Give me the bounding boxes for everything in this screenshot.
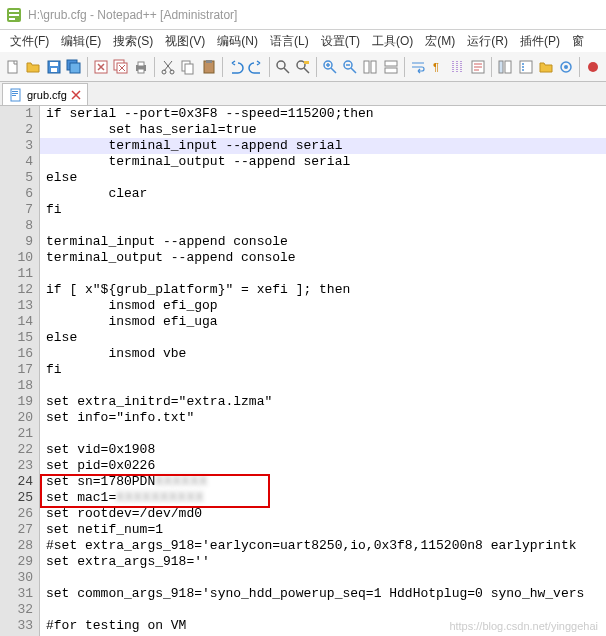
line-number: 28 bbox=[0, 538, 33, 554]
menu-language[interactable]: 语言(L) bbox=[264, 31, 315, 52]
monitor-button[interactable] bbox=[557, 56, 575, 78]
redacted-text: XXXXXXXXXX bbox=[116, 490, 204, 505]
svg-text:¶: ¶ bbox=[433, 61, 439, 73]
line-number: 8 bbox=[0, 218, 33, 234]
code-line[interactable]: fi bbox=[40, 202, 606, 218]
code-line[interactable]: set sn=1780PDNXXXXXX bbox=[40, 474, 606, 490]
code-line[interactable]: set pid=0x0226 bbox=[40, 458, 606, 474]
code-area[interactable]: if serial --port=0x3F8 --speed=115200;th… bbox=[40, 106, 606, 636]
menu-settings[interactable]: 设置(T) bbox=[315, 31, 366, 52]
separator bbox=[491, 57, 492, 77]
copy-button[interactable] bbox=[179, 56, 197, 78]
line-number: 7 bbox=[0, 202, 33, 218]
code-line[interactable]: set has_serial=true bbox=[40, 122, 606, 138]
code-line[interactable]: set extra_initrd="extra.lzma" bbox=[40, 394, 606, 410]
menu-view[interactable]: 视图(V) bbox=[159, 31, 211, 52]
line-number: 22 bbox=[0, 442, 33, 458]
func-list-button[interactable] bbox=[516, 56, 534, 78]
save-button[interactable] bbox=[44, 56, 62, 78]
code-line[interactable]: insmod efi_uga bbox=[40, 314, 606, 330]
show-all-chars-button[interactable]: ¶ bbox=[429, 56, 447, 78]
code-line[interactable]: terminal_output --append console bbox=[40, 250, 606, 266]
menu-plugins[interactable]: 插件(P) bbox=[514, 31, 566, 52]
menu-tools[interactable]: 工具(O) bbox=[366, 31, 419, 52]
line-number: 33 bbox=[0, 618, 33, 634]
save-all-button[interactable] bbox=[65, 56, 83, 78]
svg-rect-1 bbox=[9, 10, 19, 12]
code-line[interactable]: set extra_args_918='' bbox=[40, 554, 606, 570]
menu-window[interactable]: 窗 bbox=[566, 31, 590, 52]
code-line[interactable]: set rootdev=/dev/md0 bbox=[40, 506, 606, 522]
code-line[interactable]: terminal_input --append console bbox=[40, 234, 606, 250]
new-file-button[interactable] bbox=[4, 56, 22, 78]
menu-run[interactable]: 运行(R) bbox=[461, 31, 514, 52]
line-number: 18 bbox=[0, 378, 33, 394]
zoom-out-button[interactable] bbox=[341, 56, 359, 78]
menu-macro[interactable]: 宏(M) bbox=[419, 31, 461, 52]
code-line[interactable]: if serial --port=0x3F8 --speed=115200;th… bbox=[40, 106, 606, 122]
file-tab[interactable]: grub.cfg bbox=[2, 83, 88, 105]
replace-button[interactable] bbox=[294, 56, 312, 78]
code-line[interactable]: insmod vbe bbox=[40, 346, 606, 362]
code-line[interactable]: set info="info.txt" bbox=[40, 410, 606, 426]
svg-point-38 bbox=[522, 69, 524, 71]
code-line[interactable]: else bbox=[40, 330, 606, 346]
record-macro-button[interactable] bbox=[584, 56, 602, 78]
svg-rect-44 bbox=[12, 93, 18, 94]
separator bbox=[222, 57, 223, 77]
code-line[interactable]: set vid=0x1908 bbox=[40, 442, 606, 458]
svg-point-40 bbox=[564, 65, 568, 69]
menu-file[interactable]: 文件(F) bbox=[4, 31, 55, 52]
code-line[interactable] bbox=[40, 378, 606, 394]
editor: 1234567891011121314151617181920212223242… bbox=[0, 106, 606, 636]
code-line[interactable] bbox=[40, 602, 606, 618]
code-line[interactable]: else bbox=[40, 170, 606, 186]
svg-point-41 bbox=[588, 62, 598, 72]
redo-button[interactable] bbox=[247, 56, 265, 78]
svg-rect-6 bbox=[50, 62, 58, 66]
user-lang-button[interactable] bbox=[469, 56, 487, 78]
close-all-button[interactable] bbox=[112, 56, 130, 78]
app-icon bbox=[6, 7, 22, 23]
svg-rect-4 bbox=[8, 61, 17, 73]
cut-button[interactable] bbox=[159, 56, 177, 78]
folder-workspace-button[interactable] bbox=[537, 56, 555, 78]
line-number: 10 bbox=[0, 250, 33, 266]
code-line[interactable]: set netif_num=1 bbox=[40, 522, 606, 538]
svg-rect-33 bbox=[499, 61, 503, 73]
code-line[interactable]: set common_args_918='syno_hdd_powerup_se… bbox=[40, 586, 606, 602]
code-line[interactable]: #set extra_args_918='earlycon=uart8250,i… bbox=[40, 538, 606, 554]
close-icon[interactable] bbox=[71, 90, 81, 100]
code-line[interactable] bbox=[40, 218, 606, 234]
open-file-button[interactable] bbox=[24, 56, 42, 78]
zoom-in-button[interactable] bbox=[321, 56, 339, 78]
menu-encoding[interactable]: 编码(N) bbox=[211, 31, 264, 52]
find-button[interactable] bbox=[274, 56, 292, 78]
code-line[interactable]: clear bbox=[40, 186, 606, 202]
menu-edit[interactable]: 编辑(E) bbox=[55, 31, 107, 52]
paste-button[interactable] bbox=[199, 56, 217, 78]
code-line[interactable]: terminal_output --append serial bbox=[40, 154, 606, 170]
menu-search[interactable]: 搜索(S) bbox=[107, 31, 159, 52]
print-button[interactable] bbox=[132, 56, 150, 78]
code-line[interactable]: fi bbox=[40, 362, 606, 378]
doc-map-button[interactable] bbox=[496, 56, 514, 78]
code-line[interactable]: set mac1=XXXXXXXXXX bbox=[40, 490, 606, 506]
word-wrap-button[interactable] bbox=[409, 56, 427, 78]
code-line[interactable]: if [ x"${grub_platform}" = xefi ]; then bbox=[40, 282, 606, 298]
sync-v-button[interactable] bbox=[361, 56, 379, 78]
sync-h-button[interactable] bbox=[382, 56, 400, 78]
close-button[interactable] bbox=[92, 56, 110, 78]
code-line[interactable] bbox=[40, 426, 606, 442]
svg-rect-29 bbox=[385, 61, 397, 66]
svg-point-37 bbox=[522, 66, 524, 68]
line-number: 20 bbox=[0, 410, 33, 426]
svg-point-36 bbox=[522, 63, 524, 65]
code-line[interactable] bbox=[40, 570, 606, 586]
code-line[interactable]: insmod efi_gop bbox=[40, 298, 606, 314]
indent-guide-button[interactable] bbox=[449, 56, 467, 78]
line-number: 1 bbox=[0, 106, 33, 122]
code-line[interactable] bbox=[40, 266, 606, 282]
code-line[interactable]: terminal_input --append serial bbox=[40, 138, 606, 154]
undo-button[interactable] bbox=[227, 56, 245, 78]
